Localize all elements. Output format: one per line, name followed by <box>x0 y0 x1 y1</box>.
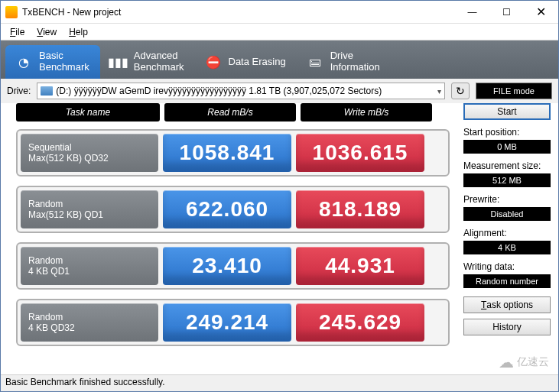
header-write: Write mB/s <box>301 103 432 121</box>
drive-select[interactable]: (D:) ÿÿÿÿÿÿDW aGemD irevÿÿÿÿÿÿÿÿÿÿÿÿÿÿÿÿ… <box>37 83 445 99</box>
side-panel: Start Start position: 0 MB Measurement s… <box>460 103 558 374</box>
benchmark-row: Random4 KB QD123.41044.931 <box>16 242 450 290</box>
writing-data-value: Random number <box>463 274 551 288</box>
maximize-button[interactable]: ☐ <box>489 1 524 24</box>
start-button[interactable]: Start <box>463 103 551 120</box>
write-value: 245.629 <box>296 303 424 342</box>
gauge-icon: ◔ <box>16 54 31 70</box>
window-title: TxBENCH - New project <box>22 7 455 18</box>
erase-icon: ⛔ <box>206 54 221 70</box>
write-value: 818.189 <box>296 190 424 228</box>
history-button[interactable]: History <box>463 319 551 335</box>
prewrite-value: Disabled <box>463 207 551 221</box>
minimize-button[interactable]: — <box>455 1 489 24</box>
task-name-cell[interactable]: RandomMax(512 KB) QD1 <box>21 190 158 228</box>
header-task-name: Task name <box>16 103 160 121</box>
prewrite-label: Prewrite: <box>463 194 551 205</box>
benchmark-row: SequentialMax(512 KB) QD321058.8411036.6… <box>16 129 450 177</box>
task-name-cell[interactable]: Random4 KB QD32 <box>21 303 158 342</box>
measurement-size-value: 512 MB <box>463 173 551 187</box>
alignment-value: 4 KB <box>463 241 551 254</box>
toolbar: Drive: (D:) ÿÿÿÿÿÿDW aGemD irevÿÿÿÿÿÿÿÿÿ… <box>1 79 558 103</box>
chevron-down-icon: ▾ <box>437 87 441 96</box>
refresh-button[interactable]: ↻ <box>451 83 470 99</box>
drive-text: (D:) ÿÿÿÿÿÿDW aGemD irevÿÿÿÿÿÿÿÿÿÿÿÿÿÿÿÿ… <box>56 86 434 96</box>
writing-data-label: Writing data: <box>463 261 551 272</box>
cloud-icon: ☁ <box>499 353 514 371</box>
app-icon <box>5 6 18 18</box>
drive-icon: 🖴 <box>307 54 323 70</box>
close-button[interactable]: ✕ <box>524 1 558 24</box>
benchmark-results: Task name Read mB/s Write mB/s Sequentia… <box>1 103 460 374</box>
titlebar: TxBENCH - New project — ☐ ✕ <box>1 1 558 24</box>
tab-advanced-benchmark[interactable]: ▮▮▮ AdvancedBenchmark <box>100 45 195 79</box>
read-value: 622.060 <box>163 190 291 228</box>
tab-basic-benchmark[interactable]: ◔ BasicBenchmark <box>5 45 100 79</box>
benchmark-row: RandomMax(512 KB) QD1622.060818.189 <box>16 186 450 233</box>
read-value: 1058.841 <box>163 134 291 172</box>
task-options-button[interactable]: Task options <box>463 296 551 313</box>
drive-label: Drive: <box>7 86 31 96</box>
menu-view[interactable]: View <box>31 25 63 39</box>
menubar: File View Help <box>1 24 558 40</box>
write-value: 44.931 <box>296 247 424 285</box>
read-value: 23.410 <box>163 247 291 285</box>
menu-help[interactable]: Help <box>63 25 94 39</box>
header-read: Read mB/s <box>164 103 296 121</box>
measurement-size-label: Measurement size: <box>463 160 551 171</box>
status-bar: Basic Benchmark finished successfully. <box>1 374 558 391</box>
task-name-cell[interactable]: SequentialMax(512 KB) QD32 <box>21 134 158 172</box>
bars-icon: ▮▮▮ <box>111 54 126 70</box>
tab-bar: ◔ BasicBenchmark ▮▮▮ AdvancedBenchmark ⛔… <box>1 40 558 79</box>
file-mode-button[interactable]: FILE mode <box>476 83 552 99</box>
tab-drive-information[interactable]: 🖴 DriveInformation <box>297 45 391 79</box>
benchmark-row: Random4 KB QD32249.214245.629 <box>16 299 450 346</box>
start-position-value: 0 MB <box>463 140 551 154</box>
task-name-cell[interactable]: Random4 KB QD1 <box>21 247 158 285</box>
watermark: ☁ 亿速云 <box>499 353 549 371</box>
start-position-label: Start position: <box>463 127 551 138</box>
write-value: 1036.615 <box>296 134 424 172</box>
disk-icon <box>41 86 53 96</box>
alignment-label: Alignment: <box>463 228 551 238</box>
read-value: 249.214 <box>163 303 291 342</box>
menu-file[interactable]: File <box>4 25 31 39</box>
tab-data-erasing[interactable]: ⛔ Data Erasing <box>195 45 297 79</box>
